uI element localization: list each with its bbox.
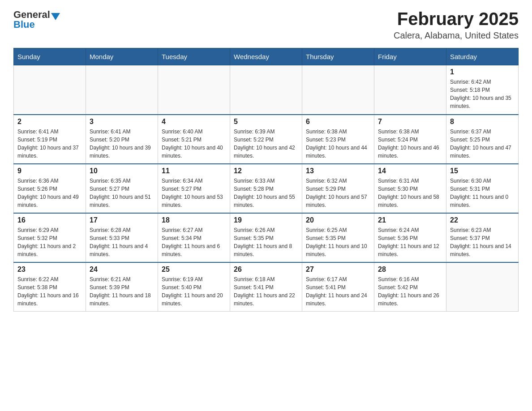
day-info: Sunrise: 6:26 AMSunset: 5:35 PMDaylight:…	[234, 226, 298, 258]
calendar-day-cell: 11Sunrise: 6:34 AMSunset: 5:27 PMDayligh…	[158, 164, 230, 213]
calendar-week-row: 1Sunrise: 6:42 AMSunset: 5:18 PMDaylight…	[14, 65, 519, 115]
day-number: 11	[162, 167, 226, 175]
calendar-day-cell	[302, 65, 374, 115]
day-info: Sunrise: 6:30 AMSunset: 5:31 PMDaylight:…	[450, 177, 515, 209]
day-number: 5	[234, 118, 298, 126]
day-number: 17	[90, 216, 154, 224]
calendar-day-cell	[230, 65, 302, 115]
day-info: Sunrise: 6:22 AMSunset: 5:38 PMDaylight:…	[17, 275, 82, 308]
calendar-day-cell: 10Sunrise: 6:35 AMSunset: 5:27 PMDayligh…	[86, 164, 158, 213]
calendar-day-cell: 26Sunrise: 6:18 AMSunset: 5:41 PMDayligh…	[230, 262, 302, 312]
day-info: Sunrise: 6:17 AMSunset: 5:41 PMDaylight:…	[306, 275, 370, 308]
page-header: General Blue February 2025 Calera, Alaba…	[13, 9, 519, 41]
calendar-day-cell: 8Sunrise: 6:37 AMSunset: 5:25 PMDaylight…	[446, 115, 519, 164]
day-info: Sunrise: 6:27 AMSunset: 5:34 PMDaylight:…	[162, 226, 226, 258]
calendar-day-cell: 13Sunrise: 6:32 AMSunset: 5:29 PMDayligh…	[302, 164, 374, 213]
day-info: Sunrise: 6:25 AMSunset: 5:35 PMDaylight:…	[306, 226, 370, 258]
day-number: 16	[17, 216, 82, 224]
day-number: 9	[17, 167, 82, 175]
day-info: Sunrise: 6:28 AMSunset: 5:33 PMDaylight:…	[90, 226, 154, 258]
day-info: Sunrise: 6:31 AMSunset: 5:30 PMDaylight:…	[378, 177, 442, 209]
day-info: Sunrise: 6:21 AMSunset: 5:39 PMDaylight:…	[90, 275, 154, 308]
day-info: Sunrise: 6:33 AMSunset: 5:28 PMDaylight:…	[234, 177, 298, 209]
calendar-day-cell: 19Sunrise: 6:26 AMSunset: 5:35 PMDayligh…	[230, 213, 302, 262]
day-info: Sunrise: 6:34 AMSunset: 5:27 PMDaylight:…	[162, 177, 226, 209]
calendar-day-cell: 23Sunrise: 6:22 AMSunset: 5:38 PMDayligh…	[14, 262, 86, 312]
calendar-day-cell: 2Sunrise: 6:41 AMSunset: 5:19 PMDaylight…	[14, 115, 86, 164]
calendar-day-cell: 4Sunrise: 6:40 AMSunset: 5:21 PMDaylight…	[158, 115, 230, 164]
day-of-week-header: Thursday	[302, 48, 374, 65]
calendar-day-cell: 20Sunrise: 6:25 AMSunset: 5:35 PMDayligh…	[302, 213, 374, 262]
calendar-day-cell: 18Sunrise: 6:27 AMSunset: 5:34 PMDayligh…	[158, 213, 230, 262]
calendar-day-cell	[14, 65, 86, 115]
calendar-day-cell: 12Sunrise: 6:33 AMSunset: 5:28 PMDayligh…	[230, 164, 302, 213]
calendar-day-cell: 24Sunrise: 6:21 AMSunset: 5:39 PMDayligh…	[86, 262, 158, 312]
day-number: 21	[378, 216, 442, 224]
calendar-day-cell: 27Sunrise: 6:17 AMSunset: 5:41 PMDayligh…	[302, 262, 374, 312]
days-of-week-row: SundayMondayTuesdayWednesdayThursdayFrid…	[14, 48, 519, 65]
calendar-day-cell: 22Sunrise: 6:23 AMSunset: 5:37 PMDayligh…	[446, 213, 519, 262]
calendar-week-row: 2Sunrise: 6:41 AMSunset: 5:19 PMDaylight…	[14, 115, 519, 164]
calendar-day-cell	[374, 65, 446, 115]
day-number: 8	[450, 118, 515, 126]
calendar-day-cell: 25Sunrise: 6:19 AMSunset: 5:40 PMDayligh…	[158, 262, 230, 312]
day-number: 10	[90, 167, 154, 175]
day-number: 12	[234, 167, 298, 175]
header-title-block: February 2025 Calera, Alabama, United St…	[394, 9, 519, 41]
calendar-week-row: 9Sunrise: 6:36 AMSunset: 5:26 PMDaylight…	[14, 164, 519, 213]
calendar-day-cell: 1Sunrise: 6:42 AMSunset: 5:18 PMDaylight…	[446, 65, 519, 115]
day-of-week-header: Monday	[86, 48, 158, 65]
logo: General Blue	[13, 9, 60, 30]
day-number: 18	[162, 216, 226, 224]
day-number: 27	[306, 265, 370, 274]
calendar-day-cell: 16Sunrise: 6:29 AMSunset: 5:32 PMDayligh…	[14, 213, 86, 262]
day-number: 24	[90, 265, 154, 274]
day-of-week-header: Tuesday	[158, 48, 230, 65]
calendar-day-cell: 7Sunrise: 6:38 AMSunset: 5:24 PMDaylight…	[374, 115, 446, 164]
day-info: Sunrise: 6:38 AMSunset: 5:23 PMDaylight:…	[306, 128, 370, 160]
day-number: 2	[17, 118, 82, 126]
calendar-day-cell: 14Sunrise: 6:31 AMSunset: 5:30 PMDayligh…	[374, 164, 446, 213]
calendar-week-row: 23Sunrise: 6:22 AMSunset: 5:38 PMDayligh…	[14, 262, 519, 312]
day-of-week-header: Sunday	[14, 48, 86, 65]
day-info: Sunrise: 6:23 AMSunset: 5:37 PMDaylight:…	[450, 226, 515, 258]
logo-triangle-icon	[51, 13, 60, 20]
calendar-body: 1Sunrise: 6:42 AMSunset: 5:18 PMDaylight…	[14, 65, 519, 312]
day-number: 4	[162, 118, 226, 126]
day-of-week-header: Saturday	[446, 48, 519, 65]
calendar-week-row: 16Sunrise: 6:29 AMSunset: 5:32 PMDayligh…	[14, 213, 519, 262]
day-info: Sunrise: 6:36 AMSunset: 5:26 PMDaylight:…	[17, 177, 82, 209]
day-number: 6	[306, 118, 370, 126]
day-info: Sunrise: 6:42 AMSunset: 5:18 PMDaylight:…	[450, 78, 515, 110]
day-number: 28	[378, 265, 442, 274]
day-info: Sunrise: 6:18 AMSunset: 5:41 PMDaylight:…	[234, 275, 298, 308]
day-number: 13	[306, 167, 370, 175]
calendar-header: SundayMondayTuesdayWednesdayThursdayFrid…	[14, 48, 519, 65]
day-number: 26	[234, 265, 298, 274]
day-info: Sunrise: 6:40 AMSunset: 5:21 PMDaylight:…	[162, 128, 226, 160]
day-info: Sunrise: 6:39 AMSunset: 5:22 PMDaylight:…	[234, 128, 298, 160]
day-number: 15	[450, 167, 515, 175]
day-info: Sunrise: 6:16 AMSunset: 5:42 PMDaylight:…	[378, 275, 442, 308]
calendar-subtitle: Calera, Alabama, United States	[394, 30, 519, 41]
calendar-day-cell: 6Sunrise: 6:38 AMSunset: 5:23 PMDaylight…	[302, 115, 374, 164]
day-number: 14	[378, 167, 442, 175]
day-number: 19	[234, 216, 298, 224]
calendar-day-cell	[86, 65, 158, 115]
day-info: Sunrise: 6:37 AMSunset: 5:25 PMDaylight:…	[450, 128, 515, 160]
day-number: 25	[162, 265, 226, 274]
calendar-day-cell	[158, 65, 230, 115]
day-info: Sunrise: 6:38 AMSunset: 5:24 PMDaylight:…	[378, 128, 442, 160]
day-info: Sunrise: 6:41 AMSunset: 5:20 PMDaylight:…	[90, 128, 154, 160]
day-number: 7	[378, 118, 442, 126]
day-info: Sunrise: 6:32 AMSunset: 5:29 PMDaylight:…	[306, 177, 370, 209]
day-number: 22	[450, 216, 515, 224]
day-of-week-header: Friday	[374, 48, 446, 65]
day-number: 1	[450, 68, 515, 76]
calendar-title: February 2025	[394, 9, 519, 29]
calendar-day-cell: 21Sunrise: 6:24 AMSunset: 5:36 PMDayligh…	[374, 213, 446, 262]
calendar-day-cell: 17Sunrise: 6:28 AMSunset: 5:33 PMDayligh…	[86, 213, 158, 262]
day-info: Sunrise: 6:19 AMSunset: 5:40 PMDaylight:…	[162, 275, 226, 308]
day-number: 23	[17, 265, 82, 274]
day-number: 20	[306, 216, 370, 224]
